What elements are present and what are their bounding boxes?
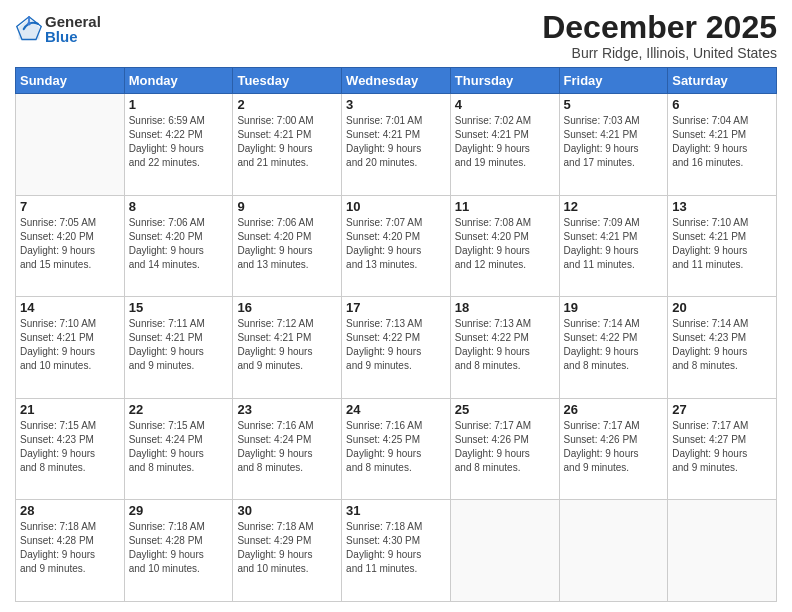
calendar-cell: 16Sunrise: 7:12 AM Sunset: 4:21 PM Dayli… [233,297,342,399]
calendar-cell: 6Sunrise: 7:04 AM Sunset: 4:21 PM Daylig… [668,94,777,196]
day-number: 11 [455,199,555,214]
calendar-week-row: 28Sunrise: 7:18 AM Sunset: 4:28 PM Dayli… [16,500,777,602]
day-info: Sunrise: 7:01 AM Sunset: 4:21 PM Dayligh… [346,114,446,170]
day-number: 24 [346,402,446,417]
calendar-day-header: Tuesday [233,68,342,94]
day-info: Sunrise: 7:06 AM Sunset: 4:20 PM Dayligh… [129,216,229,272]
main-title: December 2025 [542,10,777,45]
calendar-cell: 4Sunrise: 7:02 AM Sunset: 4:21 PM Daylig… [450,94,559,196]
calendar-cell: 25Sunrise: 7:17 AM Sunset: 4:26 PM Dayli… [450,398,559,500]
logo: General Blue [15,14,101,44]
calendar-cell [668,500,777,602]
day-info: Sunrise: 7:08 AM Sunset: 4:20 PM Dayligh… [455,216,555,272]
day-info: Sunrise: 7:15 AM Sunset: 4:23 PM Dayligh… [20,419,120,475]
calendar-cell: 7Sunrise: 7:05 AM Sunset: 4:20 PM Daylig… [16,195,125,297]
calendar-day-header: Saturday [668,68,777,94]
calendar-day-header: Monday [124,68,233,94]
calendar-cell: 23Sunrise: 7:16 AM Sunset: 4:24 PM Dayli… [233,398,342,500]
day-info: Sunrise: 7:13 AM Sunset: 4:22 PM Dayligh… [455,317,555,373]
day-number: 26 [564,402,664,417]
day-number: 29 [129,503,229,518]
day-number: 10 [346,199,446,214]
calendar-week-row: 7Sunrise: 7:05 AM Sunset: 4:20 PM Daylig… [16,195,777,297]
subtitle: Burr Ridge, Illinois, United States [542,45,777,61]
day-info: Sunrise: 7:16 AM Sunset: 4:25 PM Dayligh… [346,419,446,475]
header: General Blue December 2025 Burr Ridge, I… [15,10,777,61]
calendar-day-header: Wednesday [342,68,451,94]
day-number: 8 [129,199,229,214]
day-number: 14 [20,300,120,315]
day-number: 18 [455,300,555,315]
calendar-cell: 9Sunrise: 7:06 AM Sunset: 4:20 PM Daylig… [233,195,342,297]
day-number: 2 [237,97,337,112]
day-number: 3 [346,97,446,112]
day-info: Sunrise: 7:11 AM Sunset: 4:21 PM Dayligh… [129,317,229,373]
calendar-cell: 27Sunrise: 7:17 AM Sunset: 4:27 PM Dayli… [668,398,777,500]
day-number: 20 [672,300,772,315]
day-number: 15 [129,300,229,315]
day-number: 30 [237,503,337,518]
calendar-header-row: SundayMondayTuesdayWednesdayThursdayFrid… [16,68,777,94]
calendar-cell: 28Sunrise: 7:18 AM Sunset: 4:28 PM Dayli… [16,500,125,602]
day-info: Sunrise: 7:07 AM Sunset: 4:20 PM Dayligh… [346,216,446,272]
day-number: 13 [672,199,772,214]
calendar-cell: 29Sunrise: 7:18 AM Sunset: 4:28 PM Dayli… [124,500,233,602]
calendar-table: SundayMondayTuesdayWednesdayThursdayFrid… [15,67,777,602]
day-info: Sunrise: 7:10 AM Sunset: 4:21 PM Dayligh… [20,317,120,373]
calendar-cell [16,94,125,196]
day-number: 1 [129,97,229,112]
logo-general-text: General [45,14,101,29]
calendar-cell: 24Sunrise: 7:16 AM Sunset: 4:25 PM Dayli… [342,398,451,500]
calendar-cell: 21Sunrise: 7:15 AM Sunset: 4:23 PM Dayli… [16,398,125,500]
logo-icon [15,15,43,43]
day-number: 25 [455,402,555,417]
calendar-cell: 15Sunrise: 7:11 AM Sunset: 4:21 PM Dayli… [124,297,233,399]
day-info: Sunrise: 7:16 AM Sunset: 4:24 PM Dayligh… [237,419,337,475]
calendar-cell: 3Sunrise: 7:01 AM Sunset: 4:21 PM Daylig… [342,94,451,196]
day-info: Sunrise: 7:04 AM Sunset: 4:21 PM Dayligh… [672,114,772,170]
day-number: 27 [672,402,772,417]
day-info: Sunrise: 7:17 AM Sunset: 4:26 PM Dayligh… [455,419,555,475]
logo-text: General Blue [45,14,101,44]
day-info: Sunrise: 7:14 AM Sunset: 4:22 PM Dayligh… [564,317,664,373]
calendar-cell [559,500,668,602]
day-info: Sunrise: 7:15 AM Sunset: 4:24 PM Dayligh… [129,419,229,475]
day-info: Sunrise: 7:00 AM Sunset: 4:21 PM Dayligh… [237,114,337,170]
day-info: Sunrise: 7:10 AM Sunset: 4:21 PM Dayligh… [672,216,772,272]
calendar-cell: 17Sunrise: 7:13 AM Sunset: 4:22 PM Dayli… [342,297,451,399]
calendar-cell: 30Sunrise: 7:18 AM Sunset: 4:29 PM Dayli… [233,500,342,602]
day-number: 19 [564,300,664,315]
day-info: Sunrise: 7:06 AM Sunset: 4:20 PM Dayligh… [237,216,337,272]
calendar-day-header: Sunday [16,68,125,94]
day-number: 23 [237,402,337,417]
calendar-week-row: 21Sunrise: 7:15 AM Sunset: 4:23 PM Dayli… [16,398,777,500]
day-number: 17 [346,300,446,315]
day-number: 12 [564,199,664,214]
calendar-cell: 8Sunrise: 7:06 AM Sunset: 4:20 PM Daylig… [124,195,233,297]
day-info: Sunrise: 7:05 AM Sunset: 4:20 PM Dayligh… [20,216,120,272]
calendar-cell: 22Sunrise: 7:15 AM Sunset: 4:24 PM Dayli… [124,398,233,500]
calendar-cell: 5Sunrise: 7:03 AM Sunset: 4:21 PM Daylig… [559,94,668,196]
day-number: 21 [20,402,120,417]
calendar-cell: 19Sunrise: 7:14 AM Sunset: 4:22 PM Dayli… [559,297,668,399]
day-info: Sunrise: 7:13 AM Sunset: 4:22 PM Dayligh… [346,317,446,373]
day-info: Sunrise: 7:14 AM Sunset: 4:23 PM Dayligh… [672,317,772,373]
calendar-day-header: Friday [559,68,668,94]
calendar-cell: 10Sunrise: 7:07 AM Sunset: 4:20 PM Dayli… [342,195,451,297]
day-info: Sunrise: 7:02 AM Sunset: 4:21 PM Dayligh… [455,114,555,170]
day-info: Sunrise: 7:18 AM Sunset: 4:28 PM Dayligh… [20,520,120,576]
day-number: 7 [20,199,120,214]
day-number: 6 [672,97,772,112]
logo-blue-text: Blue [45,29,101,44]
calendar-cell: 12Sunrise: 7:09 AM Sunset: 4:21 PM Dayli… [559,195,668,297]
day-info: Sunrise: 7:17 AM Sunset: 4:26 PM Dayligh… [564,419,664,475]
calendar-cell: 11Sunrise: 7:08 AM Sunset: 4:20 PM Dayli… [450,195,559,297]
day-info: Sunrise: 7:18 AM Sunset: 4:28 PM Dayligh… [129,520,229,576]
day-number: 4 [455,97,555,112]
calendar-week-row: 1Sunrise: 6:59 AM Sunset: 4:22 PM Daylig… [16,94,777,196]
calendar-cell: 31Sunrise: 7:18 AM Sunset: 4:30 PM Dayli… [342,500,451,602]
day-number: 22 [129,402,229,417]
day-number: 28 [20,503,120,518]
calendar-cell: 1Sunrise: 6:59 AM Sunset: 4:22 PM Daylig… [124,94,233,196]
day-info: Sunrise: 7:12 AM Sunset: 4:21 PM Dayligh… [237,317,337,373]
